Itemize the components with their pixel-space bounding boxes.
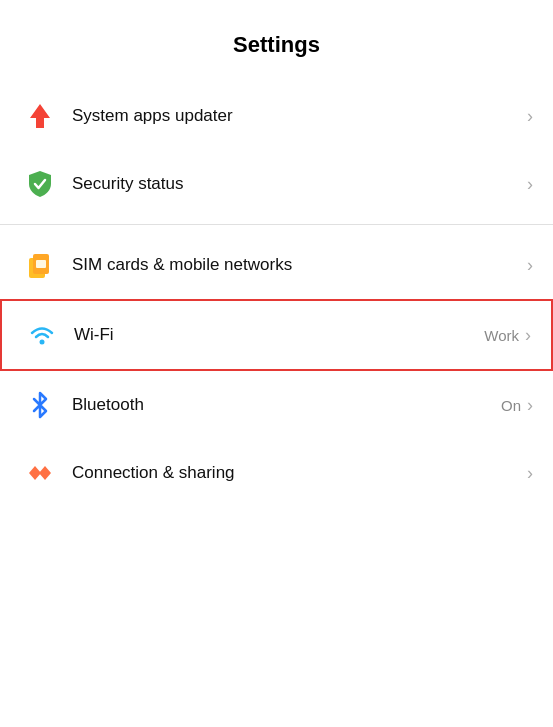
bluetooth-status: On: [501, 397, 521, 414]
connection-icon: [20, 453, 60, 493]
bluetooth-icon: [20, 385, 60, 425]
system-apps-updater-label: System apps updater: [72, 106, 521, 126]
page-title: Settings: [0, 0, 553, 82]
settings-item-system-apps-updater[interactable]: System apps updater ›: [0, 82, 553, 150]
wifi-label: Wi-Fi: [74, 325, 484, 345]
settings-list: System apps updater › Security status ›: [0, 82, 553, 507]
svg-point-4: [40, 340, 45, 345]
system-apps-updater-chevron: ›: [527, 106, 533, 127]
settings-item-security-status[interactable]: Security status ›: [0, 150, 553, 218]
security-status-label: Security status: [72, 174, 521, 194]
divider-1: [0, 224, 553, 225]
settings-item-bluetooth[interactable]: Bluetooth On ›: [0, 371, 553, 439]
system-updater-icon: [20, 96, 60, 136]
svg-rect-3: [36, 260, 46, 268]
sim-cards-chevron: ›: [527, 255, 533, 276]
wifi-chevron: ›: [525, 325, 531, 346]
bluetooth-chevron: ›: [527, 395, 533, 416]
connection-sharing-label: Connection & sharing: [72, 463, 521, 483]
settings-item-connection-sharing[interactable]: Connection & sharing ›: [0, 439, 553, 507]
bluetooth-label: Bluetooth: [72, 395, 501, 415]
sim-cards-label: SIM cards & mobile networks: [72, 255, 521, 275]
settings-item-sim-cards[interactable]: SIM cards & mobile networks ›: [0, 231, 553, 299]
wifi-status: Work: [484, 327, 519, 344]
wifi-icon: [22, 315, 62, 355]
svg-marker-0: [30, 104, 50, 128]
sim-icon: [20, 245, 60, 285]
security-icon: [20, 164, 60, 204]
connection-sharing-chevron: ›: [527, 463, 533, 484]
settings-item-wifi[interactable]: Wi-Fi Work ›: [0, 299, 553, 371]
security-status-chevron: ›: [527, 174, 533, 195]
